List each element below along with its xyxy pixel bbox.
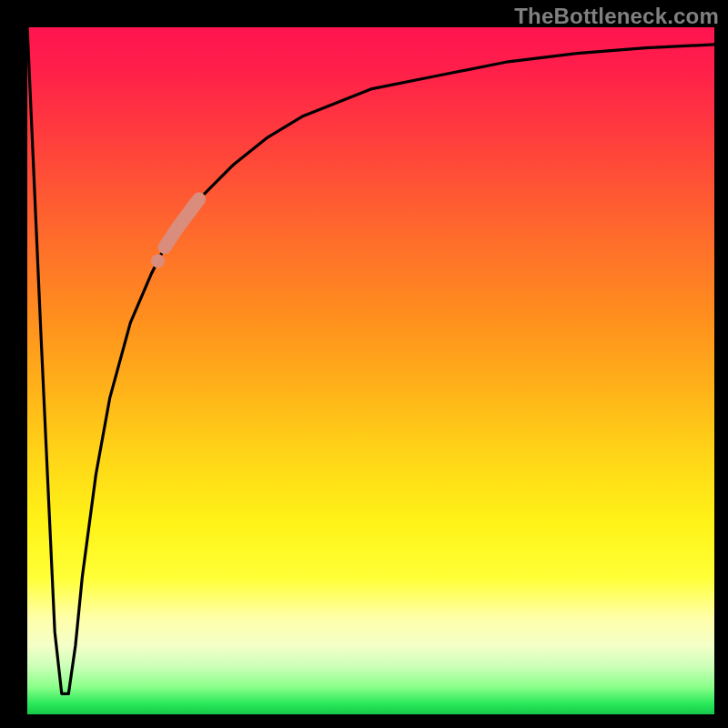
- curve-highlight-dot: [151, 254, 165, 268]
- plot-area: [27, 27, 714, 714]
- watermark-text: TheBottleneck.com: [514, 4, 719, 29]
- curve-highlight-segment: [165, 199, 199, 248]
- chart-frame: TheBottleneck.com: [0, 0, 728, 728]
- curve-path: [27, 27, 714, 693]
- bottleneck-curve: [27, 27, 714, 714]
